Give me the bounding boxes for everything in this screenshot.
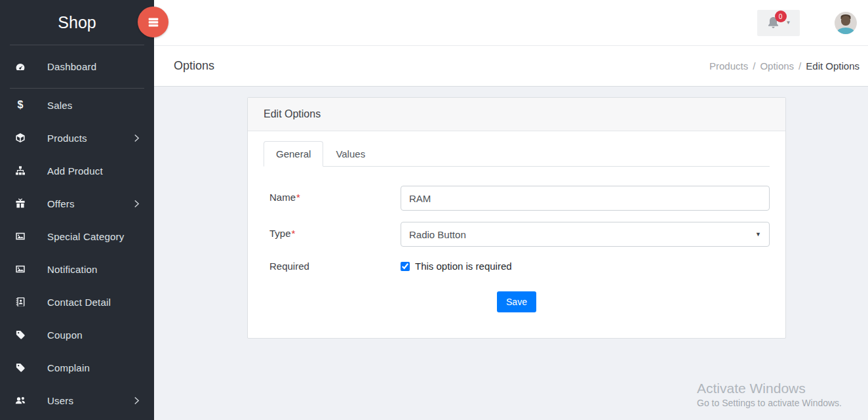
dollar-icon: $ [14,100,26,111]
sidebar-item-add-product[interactable]: Add Product [0,154,154,187]
tag-icon [14,362,26,373]
cube-icon [14,133,26,144]
sidebar-item-label: Users [47,395,73,406]
page-bar: Options Products / Options / Edit Option… [154,46,868,87]
sidebar-item-label: Add Product [47,165,103,177]
sidebar: Shop Dashboard $ Sales Products Add Prod… [0,0,154,420]
sidebar-item-label: Notification [47,264,98,275]
name-row: Name* [264,186,770,211]
caret-down-icon: ▼ [786,20,791,26]
sidebar-item-label: Contact Detail [47,297,111,308]
edit-options-card: Edit Options General Values Name* T [247,97,786,339]
users-icon [14,395,26,406]
sidebar-item-products[interactable]: Products [0,121,154,154]
tab-bar: General Values [264,141,770,167]
page-title: Options [174,59,214,73]
sidebar-item-label: Coupon [47,329,83,341]
required-checkbox[interactable] [401,262,410,271]
address-book-icon [14,297,26,308]
list-icon [146,15,161,30]
card-body: General Values Name* Type* [248,131,785,338]
name-label: Name* [264,186,401,203]
required-asterisk: * [296,192,300,203]
sidebar-nav: Dashboard $ Sales Products Add Product O… [0,45,154,417]
name-input[interactable] [401,186,770,211]
bell-icon: 0 [766,16,780,30]
save-button[interactable]: Save [497,291,536,312]
required-checkbox-label[interactable]: This option is required [415,261,512,272]
sidebar-item-contact-detail[interactable]: Contact Detail [0,285,154,318]
sidebar-item-dashboard[interactable]: Dashboard [0,45,154,88]
tab-values[interactable]: Values [323,141,378,167]
gift-icon [14,198,26,209]
breadcrumb-item-products[interactable]: Products [709,60,748,72]
type-row: Type* Radio Button ▼ [264,222,770,247]
required-asterisk: * [292,228,296,239]
breadcrumb-item-edit-options: Edit Options [806,60,859,72]
type-label: Type* [264,222,401,239]
breadcrumb: Products / Options / Edit Options [709,60,859,72]
chevron-right-icon [134,200,140,208]
image-icon [14,264,26,275]
sidebar-item-label: Offers [47,198,75,209]
breadcrumb-separator: / [753,60,755,72]
sidebar-item-complain[interactable]: Complain [0,351,154,384]
sidebar-item-coupon[interactable]: Coupon [0,318,154,351]
type-select[interactable]: Radio Button [401,222,770,247]
breadcrumb-separator: / [799,60,801,72]
image-icon [14,231,26,242]
main-content: Edit Options General Values Name* T [154,87,868,420]
sidebar-item-special-category[interactable]: Special Category [0,220,154,253]
sidebar-item-label: Complain [47,362,90,373]
sidebar-item-users[interactable]: Users [0,384,154,417]
sidebar-item-label: Products [47,133,87,144]
sidebar-item-label: Dashboard [47,61,96,72]
sidebar-item-label: Sales [47,100,73,111]
sidebar-item-label: Special Category [47,231,124,242]
user-avatar[interactable] [835,12,857,34]
add-product-icon [14,165,26,177]
chevron-right-icon [134,396,140,405]
notification-badge: 0 [775,10,787,22]
sidebar-toggle-button[interactable] [138,7,168,37]
sidebar-item-notification[interactable]: Notification [0,253,154,285]
top-header: 0 ▼ [154,0,868,46]
tag-icon [14,329,26,341]
dashboard-icon [14,61,26,72]
edit-option-form: Name* Type* Radio Button ▼ [264,167,770,338]
notifications-dropdown[interactable]: 0 ▼ [757,10,800,36]
app-title: Shop [0,0,154,45]
breadcrumb-item-options[interactable]: Options [760,60,794,72]
required-label: Required [264,261,401,272]
sidebar-item-offers[interactable]: Offers [0,187,154,220]
sidebar-item-sales[interactable]: $ Sales [0,89,154,121]
card-title: Edit Options [248,98,785,131]
required-row: Required This option is required [264,261,770,272]
tab-general[interactable]: General [264,141,323,167]
chevron-right-icon [134,134,140,142]
